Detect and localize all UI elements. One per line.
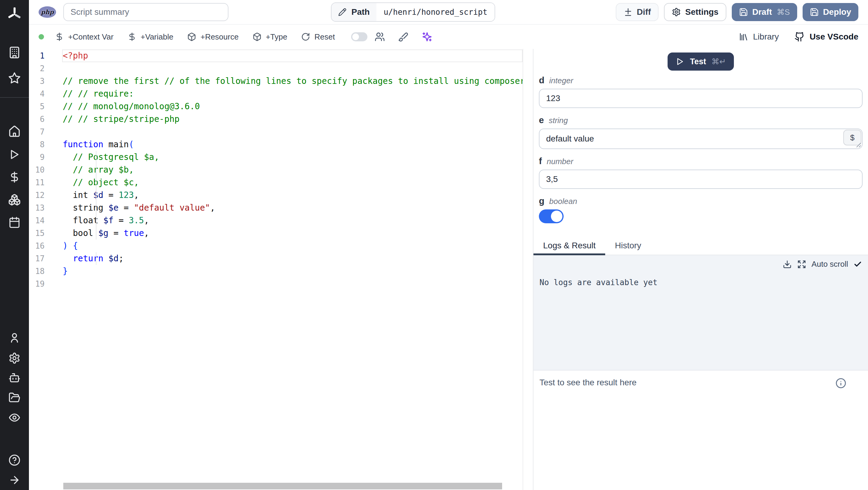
code-line-8[interactable]: 8function main( [29, 138, 523, 151]
play-icon [675, 57, 684, 66]
top-bar: php Path u/henri/honored_script Diff Set… [29, 0, 868, 25]
add-variable-button[interactable]: +Variable [127, 32, 174, 41]
sidebar-item-workers[interactable] [0, 368, 29, 388]
script-summary-input[interactable] [63, 3, 228, 21]
field-type: integer [549, 76, 573, 85]
windmill-logo-icon[interactable] [0, 1, 29, 27]
deploy-button[interactable]: Deploy [803, 3, 858, 21]
autoscroll-check-icon[interactable] [854, 260, 862, 268]
line-number: 4 [29, 87, 44, 100]
ai-sparkles-icon[interactable] [422, 31, 433, 42]
field-e-input[interactable]: default value [539, 128, 863, 149]
help-circle-icon [8, 454, 21, 466]
field-type: string [549, 116, 568, 125]
code-line-9[interactable]: 9 // Postgresql $a, [29, 151, 523, 164]
code-editor[interactable]: 1<?php23// remove the first // of the fo… [29, 49, 533, 490]
main-area: php Path u/henri/honored_script Diff Set… [29, 0, 868, 490]
code-line-18[interactable]: 18} [29, 265, 523, 278]
code-line-2[interactable]: 2 [29, 62, 523, 75]
field-d-label: d integer [539, 76, 863, 85]
dollar-sign-icon [55, 32, 64, 41]
code-line-12[interactable]: 12 int $d = 123, [29, 189, 523, 202]
code-line-10[interactable]: 10 // array $b, [29, 164, 523, 176]
users-icon[interactable] [375, 32, 385, 42]
sidebar-expand-button[interactable] [0, 470, 29, 490]
resize-handle-icon[interactable] [856, 142, 861, 148]
field-f-label: f number [539, 156, 863, 166]
line-number: 19 [29, 278, 44, 290]
reset-button[interactable]: Reset [301, 32, 335, 41]
multiplayer-toggle[interactable] [351, 32, 367, 41]
code-line-19[interactable]: 19 [29, 278, 523, 290]
field-f-input[interactable] [539, 170, 863, 189]
line-number: 6 [29, 113, 44, 125]
expand-logs-icon[interactable] [797, 260, 806, 269]
star-icon [8, 72, 21, 85]
library-button[interactable]: Library [739, 32, 779, 41]
download-logs-icon[interactable] [783, 260, 792, 269]
test-row: Test ⌘↵ [533, 49, 868, 70]
code-line-16[interactable]: 16) { [29, 239, 523, 252]
info-icon[interactable] [835, 378, 846, 388]
code-line-7[interactable]: 7 [29, 125, 523, 138]
code-line-11[interactable]: 11 // object $c, [29, 176, 523, 189]
rotate-cw-icon [301, 32, 310, 41]
sidebar-item-help[interactable] [0, 451, 29, 470]
code-line-4[interactable]: 4// // require: [29, 87, 523, 100]
line-number: 5 [29, 100, 44, 113]
sidebar-item-home[interactable] [0, 120, 29, 143]
sidebar-item-favorites[interactable] [0, 66, 29, 90]
folder-open-icon [8, 392, 21, 404]
boxes-icon [8, 194, 21, 206]
line-number: 13 [29, 202, 44, 214]
settings-button[interactable]: Settings [664, 3, 726, 21]
field-e: e string default value $ [539, 115, 863, 149]
line-number: 17 [29, 252, 44, 265]
format-brush-icon[interactable] [398, 32, 408, 42]
line-number: 11 [29, 176, 44, 189]
sidebar-item-settings[interactable] [0, 348, 29, 368]
sidebar-item-runs[interactable] [0, 143, 29, 166]
field-d: d integer [539, 76, 863, 108]
sidebar-item-variables[interactable] [0, 165, 29, 189]
code-line-5[interactable]: 5// // monolog/monolog@3.6.0 [29, 100, 523, 113]
arrow-right-icon [8, 474, 21, 486]
toolbar-right: Library Use VScode [739, 32, 858, 42]
diff-button[interactable]: Diff [616, 3, 659, 21]
test-button[interactable]: Test ⌘↵ [668, 53, 734, 70]
save-icon [810, 7, 819, 17]
field-d-input[interactable] [539, 89, 863, 108]
code-line-3[interactable]: 3// remove the first // of the following… [29, 75, 523, 87]
code-line-17[interactable]: 17 return $d; [29, 252, 523, 265]
add-type-button[interactable]: +Type [253, 32, 287, 41]
use-vscode-button[interactable]: Use VScode [795, 32, 858, 42]
line-number: 7 [29, 125, 44, 138]
content-area: 1<?php23// remove the first // of the fo… [29, 49, 868, 490]
code-line-6[interactable]: 6// // stripe/stripe-php [29, 113, 523, 125]
eye-icon [8, 411, 21, 424]
draft-shortcut: ⌘S [777, 7, 789, 17]
tab-history[interactable]: History [605, 236, 651, 255]
code-line-14[interactable]: 14 float $f = 3.5, [29, 214, 523, 227]
horizontal-scrollbar[interactable] [63, 483, 502, 489]
field-g-toggle[interactable] [539, 209, 564, 223]
code-line-1[interactable]: 1<?php [29, 50, 523, 62]
sidebar-item-schedules[interactable] [0, 211, 29, 234]
tab-logs-result[interactable]: Logs & Result [533, 236, 605, 255]
sidebar-item-folders[interactable] [0, 388, 29, 408]
field-f: f number [539, 156, 863, 189]
path-field[interactable]: Path u/henri/honored_script [331, 2, 495, 22]
code-line-13[interactable]: 13 string $e = "default value", [29, 202, 523, 214]
sidebar-item-workspace[interactable] [0, 41, 29, 64]
sidebar-item-resources[interactable] [0, 188, 29, 211]
code-line-15[interactable]: 15 bool $g = true, [29, 227, 523, 239]
draft-button[interactable]: Draft ⌘S [732, 3, 797, 21]
add-context-var-button[interactable]: +Context Var [55, 32, 114, 41]
line-number: 12 [29, 189, 44, 202]
calendar-icon [8, 217, 21, 228]
sidebar-item-audit-logs[interactable] [0, 408, 29, 428]
field-e-label: e string [539, 115, 863, 125]
add-resource-button[interactable]: +Resource [187, 32, 239, 41]
sidebar-item-account[interactable] [0, 328, 29, 348]
field-g: g boolean [539, 196, 863, 223]
